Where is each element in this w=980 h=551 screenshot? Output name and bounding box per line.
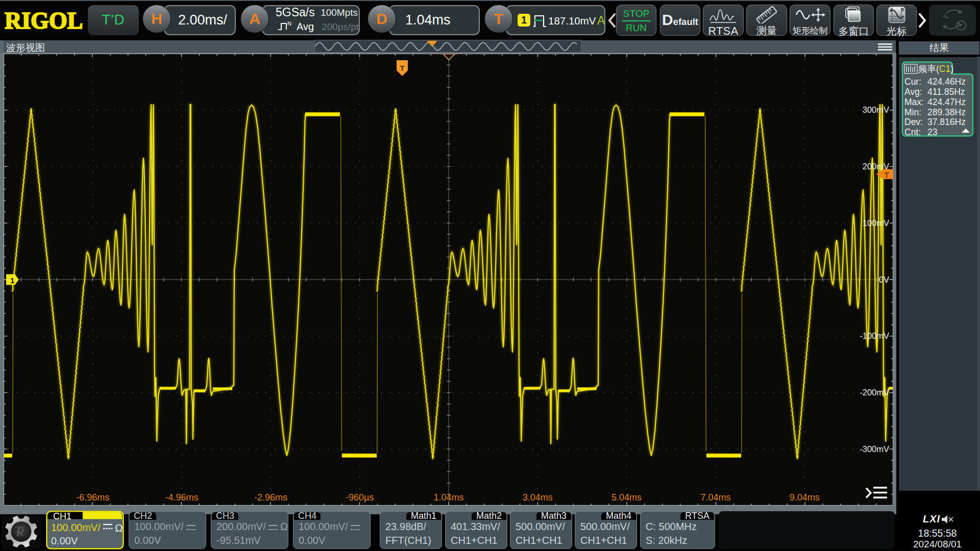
svg-text:-2.96ms: -2.96ms <box>254 492 287 503</box>
svg-text:37.816Hz: 37.816Hz <box>927 117 966 127</box>
svg-text:Max:: Max: <box>904 97 924 107</box>
svg-text:1.04ms: 1.04ms <box>433 492 463 503</box>
svg-text:频率(C1): 频率(C1) <box>918 64 953 74</box>
svg-text:7.04ms: 7.04ms <box>700 492 730 503</box>
svg-text:Dev:: Dev: <box>904 117 923 127</box>
svg-text:300mV: 300mV <box>863 105 889 114</box>
svg-text:B: B <box>901 7 904 12</box>
svg-text:424.46Hz: 424.46Hz <box>927 77 966 87</box>
svg-text:CH1: CH1 <box>53 511 71 521</box>
svg-text:N: N <box>287 20 291 27</box>
svg-text:Cur:: Cur: <box>904 77 921 87</box>
svg-text:100mV: 100mV <box>863 218 889 228</box>
svg-text:0V: 0V <box>879 275 889 284</box>
svg-text:-100mV: -100mV <box>860 331 889 340</box>
svg-text:Min:: Min: <box>904 107 921 117</box>
svg-text:T: T <box>884 170 889 179</box>
svg-text:411.85Hz: 411.85Hz <box>927 87 965 97</box>
svg-text:5.04ms: 5.04ms <box>611 492 642 503</box>
svg-text:-4.96ms: -4.96ms <box>165 492 199 503</box>
svg-text:-300mV: -300mV <box>860 444 889 454</box>
svg-text:9.04ms: 9.04ms <box>790 492 820 503</box>
svg-text:3.04ms: 3.04ms <box>523 492 553 503</box>
svg-text:100.00mV/: 100.00mV/ <box>51 522 101 533</box>
svg-text:424.47Hz: 424.47Hz <box>927 97 966 107</box>
svg-text:23: 23 <box>927 127 937 137</box>
svg-text:Ω: Ω <box>115 522 123 534</box>
svg-text:-200mV: -200mV <box>860 388 889 397</box>
svg-text:T: T <box>400 64 405 72</box>
svg-text:Cnt:: Cnt: <box>904 127 921 137</box>
svg-text:Avg:: Avg: <box>904 87 922 97</box>
svg-text:0.00V: 0.00V <box>51 535 78 546</box>
svg-text:1: 1 <box>10 276 14 285</box>
svg-text:A: A <box>890 7 893 12</box>
svg-text:-960µs: -960µs <box>346 492 374 503</box>
svg-text:289.38Hz: 289.38Hz <box>927 107 966 117</box>
svg-text:-6.96ms: -6.96ms <box>76 492 109 503</box>
